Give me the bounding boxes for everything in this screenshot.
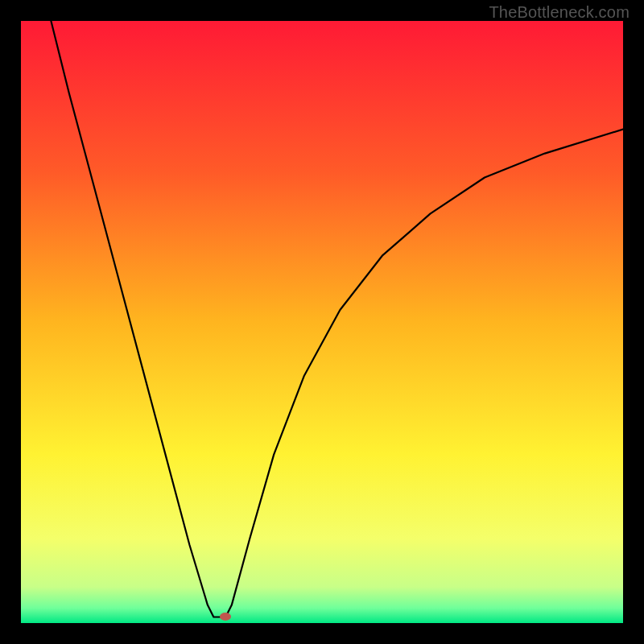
chart-background [21,21,623,623]
watermark-text: TheBottleneck.com [489,3,630,22]
chart-frame [21,21,623,623]
optimum-marker [220,613,231,621]
chart-svg [21,21,623,623]
